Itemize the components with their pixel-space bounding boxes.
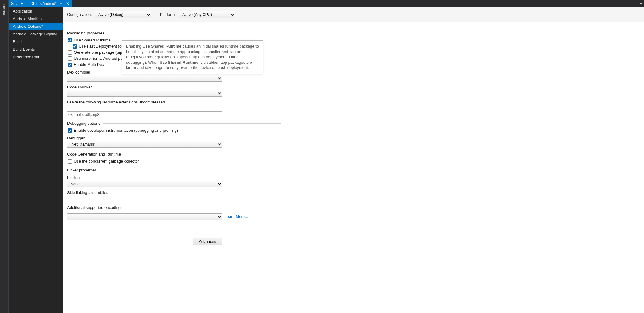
configuration-select[interactable]: Active (Debug) [95, 11, 151, 18]
checkbox-enable-multidex[interactable] [68, 63, 72, 67]
section-debugging: Debugging options [67, 121, 281, 126]
learn-more-link[interactable]: Learn More... [224, 214, 248, 219]
close-icon[interactable] [66, 2, 70, 6]
project-properties-nav: Application Android Manifest Android Opt… [9, 7, 63, 313]
section-codegen-title: Code Generation and Runtime [67, 152, 121, 156]
additional-encodings-label: Additional supported encodings [67, 205, 281, 210]
row-enable-dev-instrumentation: Enable developer instrumentation (debugg… [68, 128, 281, 133]
platform-select[interactable]: Active (Any CPU) [179, 11, 235, 18]
dex-compiler-select[interactable] [67, 75, 222, 82]
tooltip-use-shared-runtime: Enabling Use Shared Runtime causes an in… [122, 40, 263, 74]
section-linker: Linker properties [67, 168, 281, 172]
checkbox-generate-one-apk[interactable] [68, 50, 72, 55]
label-use-shared-runtime: Use Shared Runtime [74, 38, 111, 42]
document-tab-well: SmartHotel.Clients.Android* [9, 0, 644, 7]
checkbox-concurrent-gc[interactable] [68, 159, 72, 164]
tooltip-bold-2: Use Shared Runtime [160, 60, 198, 65]
toolbox-panel: Toolbox [0, 0, 9, 313]
checkbox-enable-dev-instrumentation[interactable] [68, 128, 72, 133]
section-codegen: Code Generation and Runtime [67, 152, 281, 156]
skip-linking-input[interactable] [67, 196, 222, 202]
main-content: Configuration: Active (Debug) Platform: … [63, 7, 644, 313]
debugger-select[interactable]: .Net (Xamarin) [67, 141, 222, 148]
sidebar-item-android-manifest[interactable]: Android Manifest [9, 15, 63, 23]
label-enable-dev-instrumentation: Enable developer instrumentation (debugg… [74, 128, 178, 133]
sidebar-item-application[interactable]: Application [9, 7, 63, 15]
linking-select[interactable]: None [67, 181, 222, 187]
tab-overflow-button[interactable] [638, 0, 644, 7]
section-debugging-title: Debugging options [67, 121, 100, 126]
skip-linking-label: Skip linking assemblies [67, 190, 281, 195]
advanced-button[interactable]: Advanced [193, 238, 222, 245]
uncompressed-ext-input[interactable] [67, 105, 222, 112]
debugger-label: Debugger [67, 136, 281, 140]
document-tab-active[interactable]: SmartHotel.Clients.Android* [9, 0, 72, 7]
code-shrinker-label: Code shrinker [67, 85, 281, 89]
section-linker-title: Linker properties [67, 168, 97, 172]
uncompressed-ext-label: Leave the following resource extensions … [67, 100, 281, 104]
sidebar-item-android-options[interactable]: Android Options* [9, 23, 63, 30]
code-shrinker-select[interactable] [67, 90, 222, 97]
checkbox-use-incremental-packaging[interactable] [68, 56, 72, 61]
sidebar-item-android-package-signing[interactable]: Android Package Signing [9, 30, 63, 38]
checkbox-use-fast-deployment[interactable] [73, 44, 77, 49]
tooltip-text-1: Enabling [126, 44, 143, 49]
tooltip-bold-1: Use Shared Runtime [143, 44, 181, 49]
document-tab-title: SmartHotel.Clients.Android* [11, 2, 56, 6]
advanced-row: Advanced [67, 229, 222, 245]
section-rule [103, 123, 281, 124]
sidebar-item-reference-paths[interactable]: Reference Paths [9, 53, 63, 61]
section-rule [107, 33, 281, 33]
config-bar: Configuration: Active (Debug) Platform: … [63, 7, 644, 22]
label-concurrent-gc: Use the concurrent garbage collector [74, 159, 139, 164]
section-rule [124, 154, 281, 154]
section-rule [100, 170, 281, 170]
configuration-label: Configuration: [67, 12, 92, 17]
sidebar-item-build[interactable]: Build [9, 38, 63, 45]
uncompressed-ext-hint: example: .dll;.mp3 [68, 113, 281, 117]
section-packaging-title: Packaging properties [67, 31, 104, 35]
row-concurrent-gc: Use the concurrent garbage collector [68, 159, 281, 164]
label-enable-multidex: Enable Multi-Dex [74, 62, 104, 67]
linking-label: Linking [67, 175, 281, 180]
sidebar-item-build-events[interactable]: Build Events [9, 45, 63, 53]
toolbox-tab[interactable]: Toolbox [1, 2, 7, 17]
pin-icon[interactable] [59, 2, 63, 6]
section-packaging: Packaging properties [67, 31, 281, 35]
platform-label: Platform: [160, 12, 176, 17]
checkbox-use-shared-runtime[interactable] [68, 38, 72, 42]
additional-encodings-select[interactable] [67, 213, 222, 220]
